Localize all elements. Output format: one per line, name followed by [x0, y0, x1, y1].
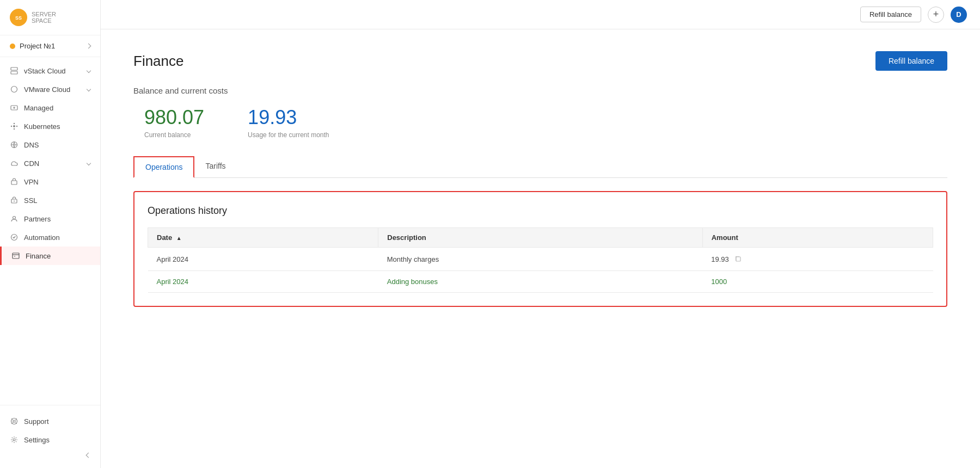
partners-icon: [10, 214, 19, 223]
collapse-icon: [86, 453, 91, 458]
svg-point-9: [11, 126, 12, 127]
page-title: Finance: [133, 53, 184, 70]
sidebar-item-label-ssl: SSL: [24, 196, 38, 205]
row1-copy-icon[interactable]: [733, 254, 743, 264]
svg-rect-18: [13, 253, 19, 258]
sidebar-item-ssl[interactable]: SSL: [0, 191, 100, 210]
tab-operations[interactable]: Operations: [133, 156, 194, 178]
row2-amount-value: 1000: [711, 278, 727, 286]
sidebar-item-dns[interactable]: DNS: [0, 136, 100, 154]
operations-panel: Operations history Date ▲ Description Am…: [133, 191, 947, 307]
row1-date: April 2024: [148, 248, 378, 271]
main-area: Refill balance + D Finance Refill balanc…: [101, 0, 980, 468]
ssl-icon: [10, 196, 19, 205]
balance-values: 980.07 Current balance 19.93 Usage for t…: [144, 106, 947, 139]
vmware-chevron-icon: [87, 87, 91, 91]
header-add-button[interactable]: +: [928, 7, 944, 23]
svg-text:SS: SS: [15, 15, 22, 21]
col-amount-label: Amount: [712, 233, 738, 242]
support-icon: [10, 417, 19, 426]
svg-point-16: [13, 217, 16, 219]
svg-point-4: [11, 87, 17, 93]
col-description-label: Description: [387, 233, 426, 242]
tab-tariffs[interactable]: Tariffs: [194, 156, 236, 178]
cdn-icon: [10, 159, 19, 168]
date-sort-icon: ▲: [176, 235, 182, 241]
page-header: Finance Refill balance: [133, 51, 947, 71]
row1-description: Monthly charges: [378, 248, 702, 271]
usage-label: Usage for the current month: [248, 131, 329, 139]
svg-rect-2: [11, 67, 17, 70]
logo-line1: SERVER: [32, 11, 56, 17]
current-balance-label: Current balance: [144, 131, 204, 139]
table-header-row: Date ▲ Description Amount: [148, 228, 933, 248]
sidebar-item-support[interactable]: Support: [0, 412, 100, 430]
sidebar-nav: vStack Cloud VMware Cloud Managed: [0, 57, 100, 405]
dns-icon: [10, 140, 19, 149]
sidebar-item-finance[interactable]: Finance: [0, 247, 100, 265]
vmware-icon: [10, 85, 19, 94]
col-date[interactable]: Date ▲: [148, 228, 378, 248]
svg-rect-13: [11, 181, 17, 184]
kubernetes-icon: [10, 122, 19, 131]
row2-description: Adding bonuses: [378, 271, 702, 293]
svg-point-22: [13, 420, 15, 422]
sidebar-item-vpn[interactable]: VPN: [0, 173, 100, 191]
svg-point-15: [14, 201, 15, 202]
svg-rect-28: [736, 257, 740, 261]
current-balance: 980.07 Current balance: [144, 106, 204, 139]
col-description: Description: [378, 228, 702, 248]
vstack-chevron-icon: [87, 69, 91, 73]
finance-tabs: Operations Tariffs: [133, 156, 947, 178]
user-avatar[interactable]: D: [951, 7, 967, 23]
sidebar-collapse-button[interactable]: [0, 449, 100, 461]
tab-tariffs-label: Tariffs: [205, 162, 225, 170]
table-row: April 2024 Adding bonuses 1000: [148, 271, 933, 293]
sidebar-item-label-settings: Settings: [24, 436, 50, 444]
svg-rect-3: [11, 71, 17, 74]
refill-balance-button[interactable]: Refill balance: [875, 51, 947, 71]
sidebar-item-label-dns: DNS: [24, 141, 39, 149]
sidebar: SS SERVER SPACE Project №1 vStack Cloud: [0, 0, 101, 468]
balance-section: Balance and current costs 980.07 Current…: [133, 86, 947, 139]
cdn-chevron-icon: [87, 161, 91, 165]
row2-amount: 1000: [702, 271, 933, 293]
project-label: Project №1: [20, 42, 55, 50]
vstack-icon: [10, 66, 19, 75]
sidebar-item-label-vstack: vStack Cloud: [24, 67, 66, 75]
tab-operations-label: Operations: [145, 163, 182, 171]
sidebar-item-label-vpn: VPN: [24, 178, 39, 186]
sidebar-item-vmware[interactable]: VMware Cloud: [0, 80, 100, 98]
settings-icon: [10, 435, 19, 444]
top-header: Refill balance + D: [101, 0, 980, 29]
managed-icon: [10, 103, 19, 112]
sidebar-item-kubernetes[interactable]: Kubernetes: [0, 117, 100, 136]
logo-line2: SPACE: [32, 17, 56, 24]
operations-table: Date ▲ Description Amount April 2024: [148, 227, 933, 293]
sidebar-item-vstack[interactable]: vStack Cloud: [0, 61, 100, 80]
header-add-icon: +: [933, 9, 939, 20]
sidebar-item-label-finance: Finance: [26, 252, 51, 260]
svg-point-27: [13, 439, 15, 441]
usage-balance: 19.93 Usage for the current month: [248, 106, 329, 139]
project-selector[interactable]: Project №1: [0, 35, 100, 57]
svg-point-10: [16, 126, 17, 127]
svg-point-6: [13, 125, 15, 127]
sidebar-item-label-support: Support: [24, 417, 49, 426]
row1-amount-value: 19.93: [711, 255, 729, 263]
svg-point-8: [14, 128, 15, 130]
header-refill-button[interactable]: Refill balance: [860, 7, 921, 22]
sidebar-item-label-managed: Managed: [24, 104, 53, 112]
sidebar-item-managed[interactable]: Managed: [0, 98, 100, 117]
sidebar-item-automation[interactable]: Automation: [0, 228, 100, 247]
balance-section-title: Balance and current costs: [133, 86, 947, 95]
sidebar-item-cdn[interactable]: CDN: [0, 154, 100, 173]
operations-history-title: Operations history: [148, 205, 933, 217]
sidebar-item-label-partners: Partners: [24, 215, 51, 223]
row2-date: April 2024: [148, 271, 378, 293]
vpn-icon: [10, 177, 19, 186]
logo-icon: SS: [10, 9, 27, 26]
sidebar-item-settings[interactable]: Settings: [0, 430, 100, 449]
sidebar-item-partners[interactable]: Partners: [0, 210, 100, 228]
col-date-label: Date: [157, 233, 172, 242]
